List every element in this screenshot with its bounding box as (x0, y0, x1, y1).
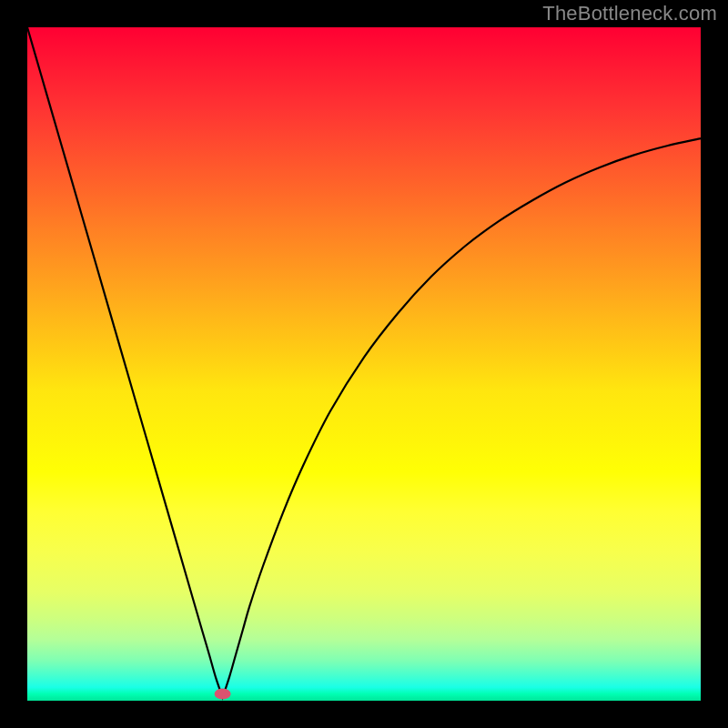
plot-area (27, 27, 701, 701)
curve-line (27, 27, 701, 697)
chart-svg (27, 27, 701, 701)
min-marker (215, 689, 231, 700)
watermark-text: TheBottleneck.com (542, 2, 717, 25)
chart-container: TheBottleneck.com (0, 0, 728, 728)
